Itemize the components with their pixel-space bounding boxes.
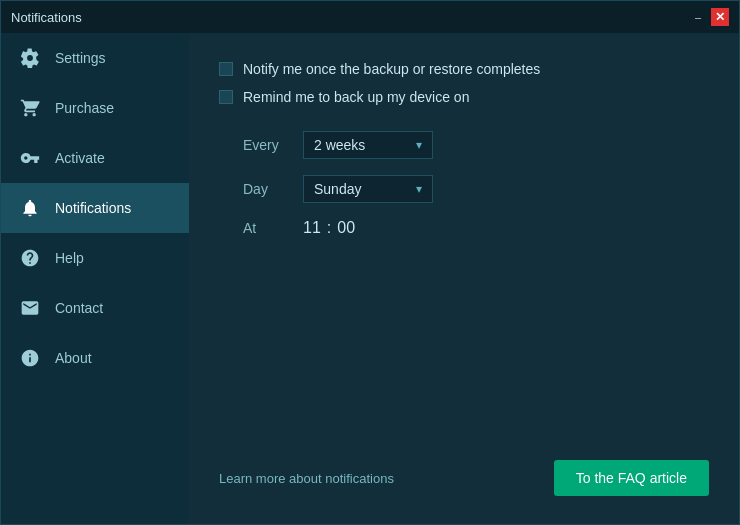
time-separator: : [327, 219, 331, 237]
question-icon [19, 247, 41, 269]
sidebar-item-contact[interactable]: Contact [1, 283, 189, 333]
sidebar-item-help[interactable]: Help [1, 233, 189, 283]
sidebar-item-about[interactable]: About [1, 333, 189, 383]
sidebar-item-notifications[interactable]: Notifications [1, 183, 189, 233]
sidebar-notifications-label: Notifications [55, 200, 131, 216]
cart-icon [19, 97, 41, 119]
option1-row: Notify me once the backup or restore com… [219, 61, 709, 77]
window-controls: – ✕ [689, 8, 729, 26]
faq-button[interactable]: To the FAQ article [554, 460, 709, 496]
info-icon [19, 347, 41, 369]
sidebar-item-settings[interactable]: Settings [1, 33, 189, 83]
footer-row: Learn more about notifications To the FA… [219, 440, 709, 496]
every-label: Every [243, 137, 303, 153]
key-icon [19, 147, 41, 169]
sidebar-item-activate[interactable]: Activate [1, 133, 189, 183]
chevron-down-icon-2: ▾ [416, 182, 422, 196]
sidebar-contact-label: Contact [55, 300, 103, 316]
day-dropdown[interactable]: Sunday ▾ [303, 175, 433, 203]
option1-label: Notify me once the backup or restore com… [243, 61, 540, 77]
main-content: Notify me once the backup or restore com… [189, 33, 739, 524]
option2-checkbox[interactable] [219, 90, 233, 104]
every-dropdown[interactable]: 2 weeks ▾ [303, 131, 433, 159]
chevron-down-icon: ▾ [416, 138, 422, 152]
learn-more-label: Learn more about notifications [219, 471, 394, 486]
sidebar-about-label: About [55, 350, 92, 366]
every-row: Every 2 weeks ▾ [243, 131, 709, 159]
sidebar-help-label: Help [55, 250, 84, 266]
envelope-icon [19, 297, 41, 319]
window-title: Notifications [11, 10, 82, 25]
option2-label: Remind me to back up my device on [243, 89, 469, 105]
sidebar-settings-label: Settings [55, 50, 106, 66]
at-label: At [243, 220, 303, 236]
sidebar: Settings Purchase Activate [1, 33, 189, 524]
minimize-button[interactable]: – [689, 8, 707, 26]
sidebar-purchase-label: Purchase [55, 100, 114, 116]
sidebar-item-purchase[interactable]: Purchase [1, 83, 189, 133]
time-minutes: 00 [337, 219, 355, 237]
day-value: Sunday [314, 181, 361, 197]
day-row: Day Sunday ▾ [243, 175, 709, 203]
app-window: Notifications – ✕ Settings [0, 0, 740, 525]
close-button[interactable]: ✕ [711, 8, 729, 26]
option1-checkbox[interactable] [219, 62, 233, 76]
bell-icon [19, 197, 41, 219]
every-value: 2 weeks [314, 137, 365, 153]
app-body: Settings Purchase Activate [1, 33, 739, 524]
schedule-section: Every 2 weeks ▾ Day Sunday ▾ At [219, 131, 709, 253]
time-display: 11 : 00 [303, 219, 355, 237]
titlebar: Notifications – ✕ [1, 1, 739, 33]
gear-icon [19, 47, 41, 69]
at-row: At 11 : 00 [243, 219, 709, 237]
day-label: Day [243, 181, 303, 197]
sidebar-activate-label: Activate [55, 150, 105, 166]
time-hours: 11 [303, 219, 321, 237]
option2-row: Remind me to back up my device on [219, 89, 709, 105]
